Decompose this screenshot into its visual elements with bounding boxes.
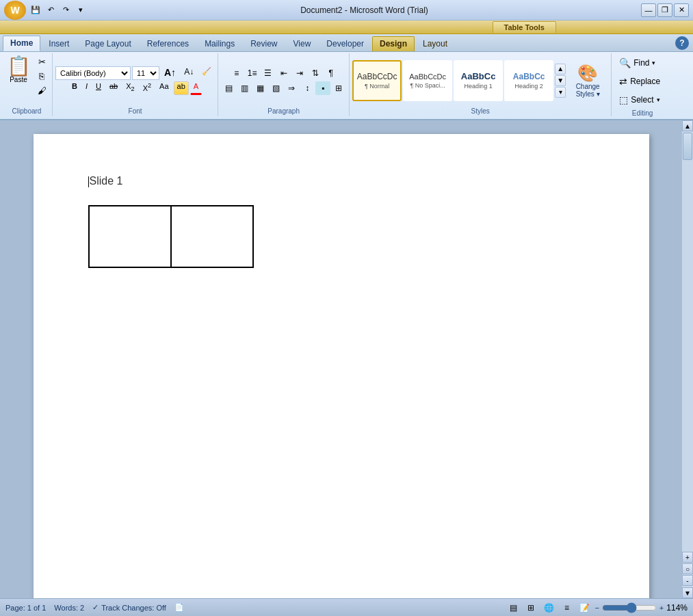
clear-formatting-button[interactable]: 🧹 bbox=[198, 66, 215, 80]
tab-mailings[interactable]: Mailings bbox=[197, 36, 242, 51]
zoom-in-button[interactable]: + bbox=[659, 604, 664, 612]
replace-button[interactable]: ⇄ Replace bbox=[614, 73, 670, 90]
paste-label: Paste bbox=[10, 76, 27, 83]
change-styles-button[interactable]: 🎨 ChangeStyles ▾ bbox=[567, 56, 608, 105]
show-hide-button[interactable]: ¶ bbox=[324, 66, 339, 80]
tab-home[interactable]: Home bbox=[3, 36, 40, 51]
table-cell-1[interactable] bbox=[89, 206, 171, 267]
borders-button[interactable]: ⊞ bbox=[331, 81, 346, 95]
style-nospacing-label: ¶ No Spaci... bbox=[410, 82, 445, 89]
scroll-thumb[interactable] bbox=[683, 133, 692, 160]
redo-button[interactable]: ↷ bbox=[59, 3, 73, 17]
superscript-button[interactable]: X2 bbox=[140, 81, 155, 95]
bold-button[interactable]: B bbox=[68, 81, 81, 95]
justify-button[interactable]: ▧ bbox=[268, 81, 283, 95]
format-painter-button[interactable]: 🖌 bbox=[34, 83, 49, 97]
font-name-select[interactable]: Calibri (Body) bbox=[55, 66, 131, 80]
multilevel-button[interactable]: ☰ bbox=[261, 66, 276, 80]
main-area: Slide 1 ▲ + ○ - ▼ bbox=[0, 120, 693, 598]
editing-content: 🔍 Find ▾ ⇄ Replace ⬚ Select ▾ bbox=[614, 55, 670, 108]
highlight-button[interactable]: ab bbox=[174, 81, 189, 95]
slide-text: Slide 1 bbox=[90, 175, 123, 187]
font-label: Font bbox=[129, 107, 142, 115]
restore-button[interactable]: ❐ bbox=[657, 3, 672, 17]
font-color-button[interactable]: A bbox=[190, 81, 202, 95]
select-label: Select bbox=[631, 95, 653, 105]
document-table[interactable] bbox=[88, 205, 254, 268]
change-case-button[interactable]: Aa bbox=[156, 81, 172, 95]
tab-review[interactable]: Review bbox=[243, 36, 285, 51]
change-styles-label: ChangeStyles ▾ bbox=[576, 83, 600, 98]
copy-button[interactable]: ⎘ bbox=[34, 69, 49, 83]
close-button[interactable]: ✕ bbox=[674, 3, 689, 17]
tab-references[interactable]: References bbox=[140, 36, 196, 51]
style-nospacing-preview: AaBbCcDc bbox=[409, 72, 446, 81]
tab-developer[interactable]: Developer bbox=[319, 36, 371, 51]
find-button[interactable]: 🔍 Find ▾ bbox=[614, 55, 670, 71]
select-dropdown-icon: ▾ bbox=[657, 96, 660, 103]
font-shrink-button[interactable]: A↓ bbox=[181, 66, 197, 80]
outline-view[interactable]: ≡ bbox=[559, 602, 574, 614]
cut-button[interactable]: ✂ bbox=[34, 55, 49, 68]
scroll-down-button[interactable]: ▼ bbox=[682, 587, 693, 598]
text-cursor bbox=[88, 176, 89, 187]
title-bar: W 💾 ↶ ↷ ▾ Document2 - Microsoft Word (Tr… bbox=[0, 0, 693, 21]
style-nospacing-button[interactable]: AaBbCcDc ¶ No Spaci... bbox=[403, 60, 452, 101]
zoom-out-doc[interactable]: ○ bbox=[682, 563, 693, 574]
style-normal-button[interactable]: AaBbCcDc ¶ Normal bbox=[352, 60, 402, 101]
styles-scroll-down[interactable]: ▼ bbox=[555, 75, 566, 86]
vertical-scrollbar[interactable]: ▲ + ○ - ▼ bbox=[682, 120, 693, 598]
tab-insert[interactable]: Insert bbox=[41, 36, 77, 51]
draft-view[interactable]: 📝 bbox=[577, 602, 592, 614]
font-grow-button[interactable]: A↑ bbox=[161, 66, 179, 80]
track-changes-status[interactable]: ✓ Track Changes: Off bbox=[92, 603, 166, 612]
decrease-indent-button[interactable]: ⇤ bbox=[276, 66, 291, 80]
customize-qa-button[interactable]: ▾ bbox=[74, 3, 88, 17]
subscript-button[interactable]: X2 bbox=[122, 81, 138, 95]
paste-button[interactable]: 📋 Paste bbox=[4, 55, 33, 85]
tab-design[interactable]: Design bbox=[372, 36, 415, 51]
style-heading1-button[interactable]: AaBbCc Heading 1 bbox=[454, 60, 503, 101]
align-left-button[interactable]: ▤ bbox=[221, 81, 236, 95]
document-text[interactable]: Slide 1 bbox=[88, 175, 594, 268]
align-right-button[interactable]: ▦ bbox=[252, 81, 267, 95]
styles-scroll-more[interactable]: ▾ bbox=[555, 87, 566, 98]
tab-view[interactable]: View bbox=[286, 36, 319, 51]
italic-button[interactable]: I bbox=[82, 81, 91, 95]
zoom-slider[interactable] bbox=[602, 603, 657, 613]
tab-layout[interactable]: Layout bbox=[415, 36, 455, 51]
sort-button[interactable]: ⇅ bbox=[308, 66, 323, 80]
font-size-select[interactable]: 11 bbox=[132, 66, 159, 80]
save-button[interactable]: 💾 bbox=[29, 3, 42, 17]
document-scroll-area[interactable]: Slide 1 bbox=[0, 120, 682, 598]
undo-button[interactable]: ↶ bbox=[44, 3, 57, 17]
shading-button[interactable]: ▪ bbox=[315, 81, 330, 95]
numbering-button[interactable]: 1≡ bbox=[245, 66, 260, 80]
minimize-button[interactable]: — bbox=[641, 3, 656, 17]
select-button[interactable]: ⬚ Select ▾ bbox=[614, 92, 670, 108]
table-cell-2[interactable] bbox=[171, 206, 253, 267]
document-page[interactable]: Slide 1 bbox=[34, 134, 649, 598]
increase-indent-button[interactable]: ⇥ bbox=[292, 66, 307, 80]
line-spacing-button[interactable]: ↕ bbox=[300, 81, 315, 95]
scroll-up-button[interactable]: ▲ bbox=[682, 120, 693, 131]
tab-page-layout[interactable]: Page Layout bbox=[77, 36, 138, 51]
web-layout-view[interactable]: 🌐 bbox=[541, 602, 556, 614]
print-layout-view[interactable]: ▤ bbox=[506, 602, 521, 614]
style-heading2-button[interactable]: AaBbCc Heading 2 bbox=[504, 60, 553, 101]
zoom-in-doc[interactable]: + bbox=[682, 552, 693, 563]
zoom-fit[interactable]: - bbox=[682, 575, 693, 586]
underline-button[interactable]: U bbox=[92, 81, 105, 95]
quick-access-toolbar: 💾 ↶ ↷ ▾ bbox=[29, 3, 88, 17]
zoom-out-button[interactable]: − bbox=[594, 604, 599, 612]
help-button[interactable]: ? bbox=[675, 36, 689, 50]
text-direction-button[interactable]: ⇒ bbox=[284, 81, 299, 95]
styles-scroll-up[interactable]: ▲ bbox=[555, 64, 566, 75]
full-screen-view[interactable]: ⊞ bbox=[523, 602, 538, 614]
align-center-button[interactable]: ▥ bbox=[237, 81, 252, 95]
office-button[interactable]: W bbox=[4, 1, 26, 20]
table-tools-label: Table Tools bbox=[493, 21, 557, 33]
replace-label: Replace bbox=[630, 77, 660, 86]
strikethrough-button[interactable]: ab bbox=[106, 81, 121, 95]
bullets-button[interactable]: ≡ bbox=[229, 66, 244, 80]
